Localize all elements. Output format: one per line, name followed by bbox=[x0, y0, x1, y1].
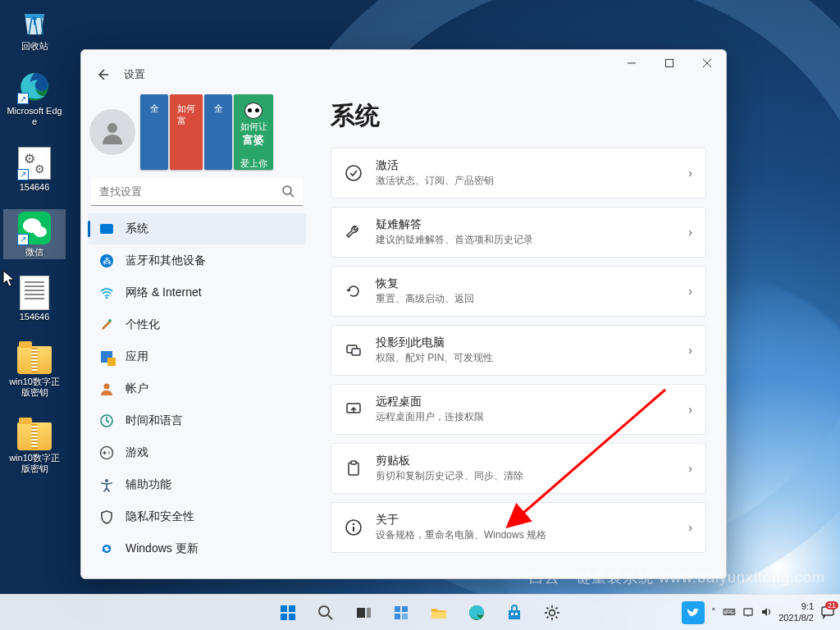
search-icon[interactable] bbox=[281, 185, 294, 201]
back-button[interactable] bbox=[93, 65, 112, 84]
zip-folder-icon bbox=[17, 417, 52, 451]
profile-picture-books: 全 如何富 全 如何让富婆爱上你 bbox=[140, 91, 301, 173]
shortcut-overlay-icon: ↗ bbox=[17, 234, 29, 245]
nav-item-accounts[interactable]: 帐户 bbox=[88, 373, 306, 404]
shortcut-overlay-icon: ↗ bbox=[17, 93, 29, 104]
desktop-icon-wechat[interactable]: ↗ 微信 bbox=[3, 209, 66, 259]
zip-folder-icon bbox=[17, 340, 52, 375]
bluetooth-icon: ⁂ bbox=[99, 253, 114, 268]
settings-sidebar: 全 如何富 全 如何让富婆爱上你 系统 ⁂ 蓝牙和 bbox=[81, 86, 313, 578]
tray-ime-icon[interactable]: ⌨ bbox=[723, 607, 736, 618]
window-maximize-button[interactable] bbox=[651, 50, 688, 76]
taskbar-settings[interactable] bbox=[536, 596, 568, 629]
tray-volume-icon[interactable] bbox=[760, 606, 772, 619]
svg-rect-41 bbox=[744, 609, 752, 615]
desktop-icon-label: Microsoft Edge bbox=[5, 106, 64, 127]
desktop-icon-label: 微信 bbox=[25, 247, 43, 258]
nav-item-privacy[interactable]: 隐私和安全性 bbox=[88, 501, 306, 532]
taskbar-search-button[interactable] bbox=[309, 596, 342, 629]
nav-item-apps[interactable]: 应用 bbox=[88, 341, 306, 372]
history-icon bbox=[345, 282, 363, 300]
desktop-icon-edge[interactable]: ↗ Microsoft Edge bbox=[3, 68, 66, 129]
card-recovery[interactable]: 恢复重置、高级启动、返回 › bbox=[331, 266, 706, 317]
notification-button[interactable]: 21 bbox=[820, 605, 835, 621]
search-box bbox=[91, 178, 303, 206]
system-tray: ˄ ⌨ 9:1 2021/8/2 21 bbox=[682, 601, 835, 624]
close-icon bbox=[702, 58, 712, 68]
info-circle-icon bbox=[345, 518, 363, 536]
header-row: 设置 bbox=[93, 65, 145, 84]
settings-file-icon: ↗ bbox=[17, 146, 52, 180]
svg-line-8 bbox=[290, 194, 294, 197]
svg-point-22 bbox=[353, 523, 354, 525]
card-troubleshoot[interactable]: 疑难解答建议的疑难解答、首选项和历史记录 › bbox=[331, 207, 706, 258]
svg-rect-26 bbox=[289, 605, 295, 612]
desktop-icon-zip-folder-2[interactable]: win10数字正版密钥 bbox=[3, 415, 66, 476]
chevron-right-icon: › bbox=[688, 462, 692, 475]
nav-item-time-language[interactable]: 时间和语言 bbox=[88, 405, 306, 436]
tray-app-icon[interactable] bbox=[682, 601, 705, 624]
user-avatar[interactable] bbox=[89, 109, 135, 155]
start-button[interactable] bbox=[272, 596, 304, 629]
accessibility-icon bbox=[99, 477, 114, 492]
nav-label: 帐户 bbox=[126, 381, 148, 396]
card-title: 关于 bbox=[376, 513, 675, 527]
desktop-icon-recycle-bin[interactable]: 回收站 bbox=[3, 3, 66, 53]
tray-chevron-up-icon[interactable]: ˄ bbox=[711, 607, 716, 618]
nav-item-accessibility[interactable]: 辅助功能 bbox=[88, 469, 306, 500]
nav-item-system[interactable]: 系统 bbox=[88, 213, 306, 244]
nav-label: 蓝牙和其他设备 bbox=[126, 253, 206, 268]
task-view-button[interactable] bbox=[347, 596, 380, 629]
card-remote-desktop[interactable]: 远程桌面远程桌面用户，连接权限 › bbox=[331, 384, 706, 435]
card-title: 恢复 bbox=[376, 276, 675, 291]
widgets-button[interactable] bbox=[385, 596, 418, 629]
card-title: 激活 bbox=[376, 158, 675, 173]
card-subtitle: 建议的疑难解答、首选项和历史记录 bbox=[376, 233, 675, 247]
nav-item-personalization[interactable]: 个性化 bbox=[88, 309, 306, 340]
taskbar-explorer[interactable] bbox=[422, 596, 455, 629]
search-input[interactable] bbox=[91, 178, 303, 206]
nav-item-network[interactable]: 网络 & Internet bbox=[88, 277, 306, 308]
wrench-icon bbox=[345, 223, 363, 241]
desktop-icon-settings-file[interactable]: ↗ 154646 bbox=[3, 144, 66, 194]
svg-rect-27 bbox=[281, 614, 287, 620]
svg-rect-34 bbox=[402, 606, 408, 612]
card-projecting[interactable]: 投影到此电脑权限、配对 PIN、可发现性 › bbox=[331, 325, 706, 376]
shield-icon bbox=[99, 509, 114, 524]
window-titlebar[interactable] bbox=[81, 50, 726, 86]
svg-point-6 bbox=[107, 123, 117, 133]
svg-rect-32 bbox=[367, 608, 371, 618]
nav-item-gaming[interactable]: 游戏 bbox=[88, 437, 306, 468]
card-clipboard[interactable]: 剪贴板剪切和复制历史记录、同步、清除 › bbox=[331, 443, 706, 494]
tray-time: 9:1 bbox=[801, 601, 814, 612]
svg-rect-35 bbox=[395, 614, 400, 619]
nav-label: 游戏 bbox=[126, 445, 148, 460]
gaming-icon bbox=[99, 445, 114, 460]
desktop-icon-text-file[interactable]: 154646 bbox=[3, 274, 66, 324]
desktop-icon-label: 154646 bbox=[20, 182, 50, 193]
svg-point-11 bbox=[104, 384, 110, 390]
taskbar-store[interactable] bbox=[498, 596, 531, 629]
text-file-icon bbox=[17, 276, 52, 310]
task-view-icon bbox=[355, 605, 372, 621]
paintbrush-icon bbox=[99, 317, 114, 332]
svg-point-7 bbox=[283, 186, 291, 194]
svg-line-30 bbox=[328, 615, 332, 619]
window-minimize-button[interactable] bbox=[613, 50, 651, 76]
desktop-icon-zip-folder-1[interactable]: win10数字正版密钥 bbox=[3, 339, 66, 399]
taskbar-edge[interactable] bbox=[460, 596, 493, 629]
card-about[interactable]: 关于设备规格，重命名电脑、Windows 规格 › bbox=[331, 502, 706, 553]
tray-network-icon[interactable] bbox=[742, 606, 754, 619]
card-activation[interactable]: 激活激活状态、订阅、产品密钥 › bbox=[331, 148, 706, 199]
svg-rect-28 bbox=[289, 614, 295, 620]
svg-rect-23 bbox=[353, 527, 354, 532]
profile-area[interactable]: 全 如何富 全 如何让富婆爱上你 bbox=[86, 86, 308, 176]
card-subtitle: 权限、配对 PIN、可发现性 bbox=[376, 351, 675, 365]
nav-item-bluetooth[interactable]: ⁂ 蓝牙和其他设备 bbox=[88, 245, 306, 276]
card-title: 疑难解答 bbox=[376, 217, 675, 232]
card-subtitle: 激活状态、订阅、产品密钥 bbox=[376, 174, 675, 188]
tray-clock[interactable]: 9:1 2021/8/2 bbox=[778, 601, 814, 623]
chevron-right-icon: › bbox=[688, 226, 692, 239]
nav-item-windows-update[interactable]: Windows 更新 bbox=[88, 533, 306, 564]
window-close-button[interactable] bbox=[688, 50, 726, 76]
